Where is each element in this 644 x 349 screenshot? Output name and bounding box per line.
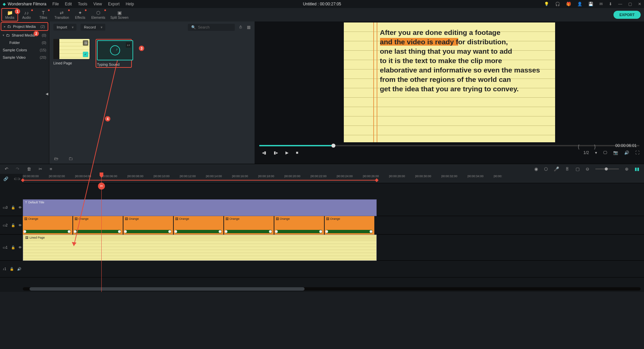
filter-icon[interactable]: ⫛ [239,25,243,30]
crop-icon[interactable]: ▢ [576,166,580,171]
tab-transition[interactable]: ⇄ Transition [52,8,72,21]
track-name: ▭1 [3,246,8,249]
menu-file[interactable]: File [52,2,59,6]
download-icon[interactable]: ⬇ [609,2,612,6]
menu-tools[interactable]: Tools [78,2,87,6]
folder-icon[interactable]: 🗀 [68,156,73,161]
display-icon[interactable]: 🖵 [603,150,607,155]
save-icon[interactable]: 💾 [588,2,593,6]
maximize-button[interactable]: ▢ [628,2,632,6]
lightbulb-icon[interactable]: 💡 [544,2,549,6]
eye-icon[interactable]: 👁 [18,223,22,227]
orange-clip[interactable]: 🖼Orange [174,216,224,235]
prev-frame-button[interactable]: ◂▮ [262,150,266,155]
timeline-link-icon[interactable]: 🔗 [3,177,8,181]
timeline-magnet-icon[interactable]: ⊂⊃ [14,177,20,181]
export-button[interactable]: EXPORT [613,11,641,19]
tab-effects[interactable]: ✦ Effects [72,8,89,21]
sidebar-item-project-media[interactable]: ▸ 🗀 Project Media (2) [1,22,48,31]
work-area-bar[interactable] [23,180,377,181]
menu-help[interactable]: Help [126,2,134,6]
preview-ratio[interactable]: 1/2 [583,150,589,155]
check-badge-icon: ✓ [83,52,88,57]
menu-edit[interactable]: Edit [65,2,72,6]
tab-titles[interactable]: T Titles [35,8,52,21]
lock-icon[interactable]: 🔓 [11,206,15,209]
zoom-in-icon[interactable]: ⊕ [625,166,629,171]
settings-icon[interactable]: ≡ [50,166,52,171]
undo-icon[interactable]: ↶ [5,166,8,171]
tab-audio[interactable]: ♪♪ Audio [18,8,35,21]
orange-clip[interactable]: 🖼Orange [23,216,73,235]
grid-view-icon[interactable]: ▦ [247,25,251,30]
ratio-dropdown-icon[interactable]: ▾ [595,150,597,155]
sidebar-item-shared-media[interactable]: ▾ 🗀 Shared Media (0) [0,32,49,39]
snapshot-icon[interactable]: 📷 [613,150,618,155]
logo-icon: ◆ [3,2,6,6]
zoom-fit-icon[interactable]: ▮▮ [635,166,639,171]
tab-transition-label: Transition [54,16,69,19]
delete-icon[interactable]: 🗑 [27,166,31,171]
render-icon[interactable]: ◉ [534,166,538,171]
tab-elements[interactable]: ⬡ Elements [89,8,108,21]
orange-clip[interactable]: 🖼Orange [325,216,375,235]
zoom-out-icon[interactable]: ⊖ [586,166,589,171]
headphones-icon[interactable]: 🎧 [555,2,560,6]
eye-icon[interactable]: 👁 [18,246,22,249]
timeline-ruler[interactable]: 00:00:00:0000:00:02:0000:00:04:0000:00:0… [23,174,644,183]
sidebar-item-folder[interactable]: Folder (0) [0,39,49,46]
lock-icon[interactable]: 🔓 [10,267,14,271]
orange-clip[interactable]: 🖼Orange [123,216,174,235]
annotation-2: 2 [34,31,39,36]
folder-icon: 📁 [7,10,13,15]
title-clip[interactable]: TDefault Title [23,199,377,216]
record-dropdown[interactable]: Record [80,24,105,31]
menubar: ◆ Wondershare Filmora File Edit Tools Vi… [0,0,644,8]
sidebar-count: (0) [42,41,46,45]
sidebar-item-sample-colors[interactable]: Sample Colors (15) [0,46,49,54]
stop-button[interactable]: ■ [296,150,298,155]
gift-icon[interactable]: 🎁 [566,2,571,6]
lock-icon[interactable]: 🔓 [11,246,15,249]
close-button[interactable]: ✕ [638,2,641,6]
tab-splitscreen[interactable]: ▣ Split Screen [108,8,131,21]
redo-icon[interactable]: ↷ [16,166,19,171]
user-icon[interactable]: 👤 [577,2,582,6]
lock-icon[interactable]: 🔓 [11,223,15,227]
play-icon[interactable]: ▶ [285,150,288,155]
mixer-icon[interactable]: 🎚 [565,166,570,171]
lined-page-clip[interactable]: 🖼Lined Page [23,235,377,261]
sidebar-count: (0) [42,33,46,37]
mail-icon[interactable]: ✉ [599,2,603,6]
play-button[interactable]: ▮▸ [274,150,278,155]
transition-icon: ⇄ [60,10,64,15]
collapse-sidebar-icon[interactable]: ◀ [46,92,48,96]
preview-scrubber[interactable]: { } 00:00:06:01 [259,145,639,146]
preview-video[interactable]: After you are done editing a footageand … [344,22,555,142]
cut-icon[interactable]: ✂ [39,166,42,171]
sidebar-label: Sample Colors [3,48,27,52]
import-dropdown[interactable]: Import [53,24,76,31]
new-folder-icon[interactable]: 🗁 [54,156,58,161]
orange-clip[interactable]: 🖼Orange [73,216,123,235]
media-thumb-typing-sound[interactable]: ♪♪ Typing Sound [96,39,132,68]
orange-clip[interactable]: 🖼Orange [274,216,325,235]
marker-icon[interactable]: ⬡ [544,166,548,171]
media-thumb-lined-page[interactable]: 🖼✓ Lined Page [53,39,90,68]
minimize-button[interactable]: — [618,2,622,6]
fullscreen-icon[interactable]: ⛶ [635,150,639,155]
volume-icon[interactable]: 🔊 [17,267,21,271]
sidebar-item-sample-video[interactable]: Sample Video (20) [0,54,49,61]
orange-clip[interactable]: 🖼Orange [224,216,274,235]
mic-icon[interactable]: 🎤 [554,166,559,171]
scissor-icon[interactable]: ✂ [98,183,105,190]
volume-icon[interactable]: 🔊 [624,150,629,155]
search-input[interactable]: 🔍 Search [188,24,235,31]
menu-export[interactable]: Export [108,2,120,6]
menu-view[interactable]: View [93,2,102,6]
zoom-slider[interactable] [595,168,619,169]
timeline-scrollbar[interactable] [23,287,641,291]
track-title: ▭3🔓👁 TDefault Title [0,199,644,216]
eye-icon[interactable]: 👁 [18,206,22,209]
playhead[interactable]: ✂ [101,174,102,292]
